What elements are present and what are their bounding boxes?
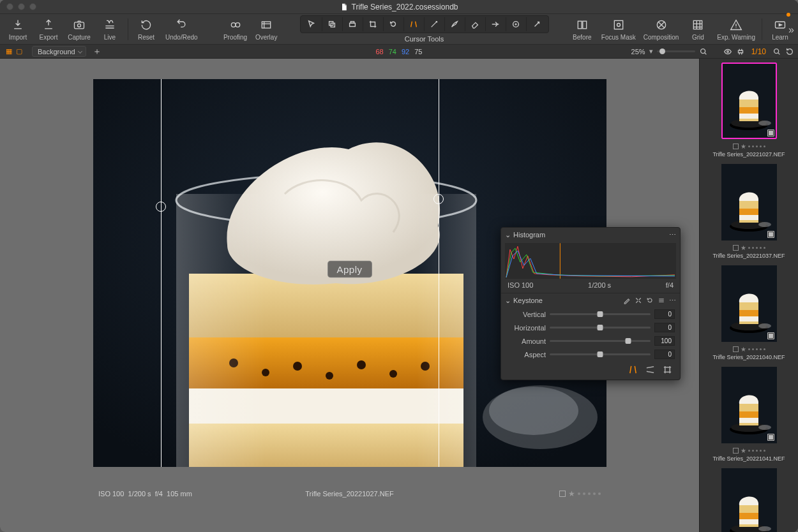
adjusted-badge-icon: [767, 332, 774, 339]
radial-tool[interactable]: [506, 17, 527, 31]
thumbnail[interactable]: [721, 367, 777, 443]
eraser-tool[interactable]: [465, 17, 486, 31]
thumbnail[interactable]: [721, 63, 777, 139]
overlay-button[interactable]: Overlay: [251, 14, 282, 44]
grid-view-icon[interactable]: ▦: [4, 47, 14, 56]
edit-icon[interactable]: [623, 297, 631, 304]
histo-aperture: f/4: [666, 281, 674, 289]
menu-icon[interactable]: [658, 297, 665, 304]
viewer-meta: ISO 100 1/200 s f/4 105 mm Trifle Series…: [0, 487, 699, 500]
keystone-grid-icon[interactable]: [663, 365, 672, 374]
search-icon[interactable]: [772, 47, 781, 56]
svg-rect-64: [739, 418, 758, 423]
thumb-rating[interactable]: ★: [700, 446, 798, 455]
reset-icon[interactable]: [646, 297, 654, 304]
keystone-header[interactable]: ⌄Keystone ⋯: [501, 293, 680, 307]
svg-rect-71: [739, 519, 758, 524]
viewer-rating[interactable]: ★: [559, 489, 601, 498]
proofing-button[interactable]: Proofing: [220, 14, 251, 44]
thumbnail[interactable]: [721, 265, 777, 342]
undo-redo-button[interactable]: Undo/Redo: [162, 14, 202, 44]
thumb-filename: Trifle Series_20221040.NEF: [700, 354, 798, 360]
floating-panel[interactable]: ⌄Histogram ⋯: [501, 227, 681, 380]
spot-tool[interactable]: [425, 17, 445, 31]
svg-rect-4: [262, 22, 271, 28]
crop-tool[interactable]: [363, 17, 384, 31]
histo-iso: ISO 100: [508, 281, 533, 289]
exp-warning-button[interactable]: Exp. Warning: [713, 14, 759, 44]
heal-tool[interactable]: [527, 17, 547, 31]
live-button[interactable]: Live: [94, 14, 125, 44]
focus-mask-button[interactable]: Focus Mask: [598, 14, 640, 44]
aspect-slider[interactable]: [550, 353, 651, 355]
rotate-tool[interactable]: [384, 17, 404, 31]
svg-rect-43: [739, 114, 758, 119]
svg-rect-50: [739, 215, 758, 220]
expand-icon[interactable]: [635, 297, 642, 304]
print-tool[interactable]: [343, 17, 363, 31]
keystone-left-handle[interactable]: [156, 202, 166, 212]
histogram-header[interactable]: ⌄Histogram ⋯: [501, 228, 680, 242]
vertical-slider[interactable]: [550, 313, 651, 315]
thumb-filename: Trifle Series_20221027.NEF: [700, 151, 798, 158]
brush-tool[interactable]: [445, 17, 465, 31]
amount-value[interactable]: 100: [654, 336, 675, 346]
svg-rect-7: [350, 23, 356, 26]
horizontal-slider[interactable]: [550, 327, 651, 329]
composition-button[interactable]: Composition: [640, 14, 683, 44]
capture-button[interactable]: Capture: [64, 14, 94, 44]
svg-rect-8: [350, 22, 354, 24]
thumbnail[interactable]: [721, 164, 777, 240]
svg-rect-11: [578, 21, 582, 29]
eye-icon[interactable]: [723, 47, 732, 56]
layer-select[interactable]: Background: [32, 46, 86, 57]
svg-rect-57: [739, 316, 758, 321]
svg-rect-56: [739, 310, 758, 316]
panel-more-icon[interactable]: ⋯: [669, 231, 676, 239]
adjusted-badge-icon: [767, 231, 774, 238]
add-layer-icon[interactable]: ＋: [93, 46, 102, 57]
histogram: [505, 243, 676, 279]
thumbnail[interactable]: [721, 468, 777, 532]
refresh-icon[interactable]: [785, 47, 794, 56]
grid-button[interactable]: Grid: [682, 14, 713, 44]
toolbar-overflow-icon[interactable]: »: [788, 24, 794, 36]
export-button[interactable]: Export: [33, 14, 64, 44]
keystone-right-guide[interactable]: [439, 79, 439, 467]
import-button[interactable]: Import: [3, 14, 33, 44]
svg-point-19: [774, 48, 779, 53]
keystone-left-guide[interactable]: [161, 79, 162, 467]
subbar: ▦ ▢ Background ＋ 68 74 92 75 25% ▾ 1/10: [0, 45, 798, 59]
more-icon[interactable]: ⋯: [669, 297, 676, 305]
vertical-value[interactable]: 0: [654, 309, 675, 319]
main-toolbar: Import Export Capture Live Reset Undo/Re…: [0, 14, 798, 45]
amount-slider[interactable]: [550, 340, 651, 342]
reset-button[interactable]: Reset: [131, 14, 162, 44]
link-icon[interactable]: [736, 47, 745, 56]
thumb-rating[interactable]: ★: [700, 344, 798, 354]
zoom-fit-icon[interactable]: [699, 47, 708, 56]
meta-iso: ISO 100: [98, 490, 124, 498]
before-button[interactable]: Before: [567, 14, 598, 44]
keystone-right-handle[interactable]: [433, 194, 444, 204]
horizontal-value[interactable]: 0: [654, 323, 675, 332]
single-view-icon[interactable]: ▢: [14, 47, 24, 56]
svg-point-10: [513, 22, 519, 27]
keystone-vertical-icon[interactable]: [628, 365, 638, 374]
apply-button[interactable]: Apply: [327, 260, 372, 277]
aspect-value[interactable]: 0: [654, 350, 675, 359]
svg-point-44: [758, 121, 771, 126]
browser-panel: ★Trifle Series_20221027.NEF ★Trifle Seri…: [699, 59, 798, 532]
svg-point-51: [758, 222, 771, 227]
hand-tool[interactable]: [322, 17, 343, 31]
keystone-tool[interactable]: [404, 17, 425, 31]
select-tool[interactable]: [302, 17, 322, 31]
keystone-horizontal-icon[interactable]: [645, 365, 655, 374]
svg-rect-13: [614, 20, 622, 29]
traffic-lights[interactable]: [6, 3, 36, 10]
gradient-tool[interactable]: [486, 17, 506, 31]
zoom-slider[interactable]: [657, 50, 695, 52]
thumb-rating[interactable]: ★: [700, 243, 798, 253]
image-counter: 1/10: [751, 47, 766, 56]
thumb-rating[interactable]: ★: [700, 142, 798, 151]
